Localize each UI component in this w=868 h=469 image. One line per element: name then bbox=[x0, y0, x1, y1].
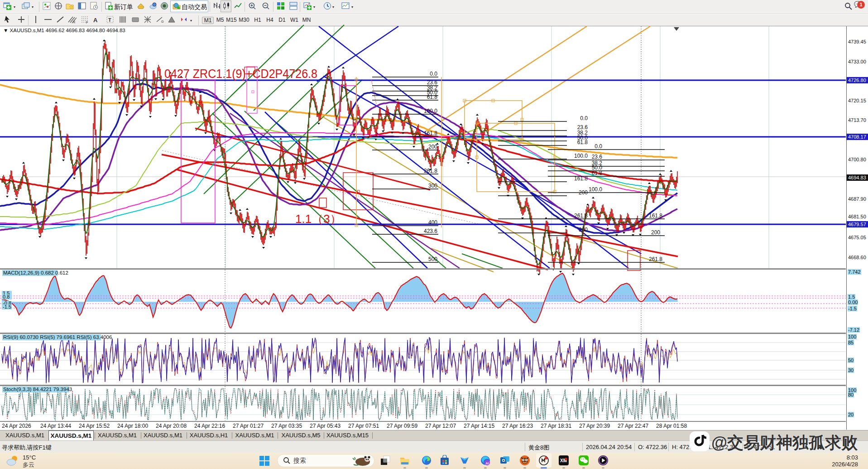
svg-text:100.0: 100.0 bbox=[424, 108, 437, 114]
svg-text:423.6: 423.6 bbox=[424, 228, 437, 234]
svg-text:24 Apr 18:00: 24 Apr 18:00 bbox=[117, 423, 148, 429]
svg-text:161.8: 161.8 bbox=[424, 130, 437, 136]
svg-text:27 Apr 09:59: 27 Apr 09:59 bbox=[387, 423, 417, 429]
svg-text:100.0: 100.0 bbox=[574, 153, 588, 159]
svg-text:261.8: 261.8 bbox=[424, 168, 437, 174]
svg-text:500: 500 bbox=[428, 256, 437, 262]
svg-text:400: 400 bbox=[428, 219, 437, 226]
svg-text:0.0: 0.0 bbox=[430, 71, 437, 77]
svg-text:24 Apr 2026: 24 Apr 2026 bbox=[2, 423, 31, 429]
svg-text:300: 300 bbox=[579, 227, 588, 233]
svg-text:261.8: 261.8 bbox=[574, 213, 588, 219]
svg-text:AI: AI bbox=[486, 461, 489, 465]
svg-text:27 Apr 07:51: 27 Apr 07:51 bbox=[348, 423, 379, 429]
svg-text:0.0: 0.0 bbox=[595, 143, 602, 150]
svg-text:27 Apr 01:27: 27 Apr 01:27 bbox=[233, 423, 264, 429]
svg-text:-1.5: -1.5 bbox=[3, 304, 11, 309]
svg-text:161.8: 161.8 bbox=[649, 213, 662, 219]
svg-text:27 Apr 12:07: 27 Apr 12:07 bbox=[425, 423, 456, 429]
svg-text:MACD(12,26,9) 0.682 0.612: MACD(12,26,9) 0.682 0.612 bbox=[3, 270, 68, 276]
svg-text:24 Apr 15:52: 24 Apr 15:52 bbox=[79, 423, 110, 429]
svg-text:200: 200 bbox=[428, 144, 437, 150]
svg-text:▼ XAUUSD.s,M1 4696.62 4696.83: ▼ XAUUSD.s,M1 4696.62 4696.83 4694.80 46… bbox=[3, 28, 125, 33]
svg-text:0427 ZRC1.1(9)+CD2P4726.8: 0427 ZRC1.1(9)+CD2P4726.8 bbox=[164, 67, 317, 81]
svg-text:27 Apr 14:15: 27 Apr 14:15 bbox=[464, 423, 494, 429]
svg-text:24 Apr 20:08: 24 Apr 20:08 bbox=[156, 423, 187, 429]
svg-text:27 Apr 22:47: 27 Apr 22:47 bbox=[618, 423, 648, 429]
svg-text:0.8: 0.8 bbox=[3, 294, 10, 300]
svg-text:28 Apr 01:58: 28 Apr 01:58 bbox=[656, 423, 687, 429]
svg-text:100.0: 100.0 bbox=[589, 186, 602, 193]
svg-text:61.8: 61.8 bbox=[592, 170, 603, 176]
svg-text:@交易财神独孤求败: @交易财神独孤求败 bbox=[711, 433, 858, 452]
svg-text:Stoch(9,3,3) 84.4221 79.3943: Stoch(9,3,3) 84.4221 79.3943 bbox=[3, 387, 72, 392]
svg-text:1.1（3）: 1.1（3） bbox=[295, 212, 342, 226]
svg-text:0.0: 0.0 bbox=[580, 115, 588, 121]
svg-text:261.8: 261.8 bbox=[649, 256, 662, 262]
svg-text:27 Apr 18:31: 27 Apr 18:31 bbox=[541, 423, 571, 429]
svg-text:300: 300 bbox=[428, 183, 437, 189]
svg-text:61.8: 61.8 bbox=[577, 139, 588, 145]
svg-text:24 Apr 22:16: 24 Apr 22:16 bbox=[194, 423, 225, 429]
svg-text:27 Apr 16:23: 27 Apr 16:23 bbox=[502, 423, 533, 429]
svg-text:RSI(9) 60.0730 RSI(5) 79.6961: RSI(9) 60.0730 RSI(5) 79.6961 RSI(5) 63.… bbox=[3, 334, 112, 340]
svg-text:61.8: 61.8 bbox=[427, 94, 438, 100]
svg-text:27 Apr 03:35: 27 Apr 03:35 bbox=[271, 423, 302, 429]
svg-text:24 Apr 13:44: 24 Apr 13:44 bbox=[40, 423, 71, 429]
svg-text:27 Apr 05:43: 27 Apr 05:43 bbox=[310, 423, 340, 429]
svg-text:27 Apr 20:39: 27 Apr 20:39 bbox=[579, 423, 610, 429]
svg-text:200: 200 bbox=[651, 229, 660, 236]
svg-text:23.6: 23.6 bbox=[592, 154, 603, 160]
